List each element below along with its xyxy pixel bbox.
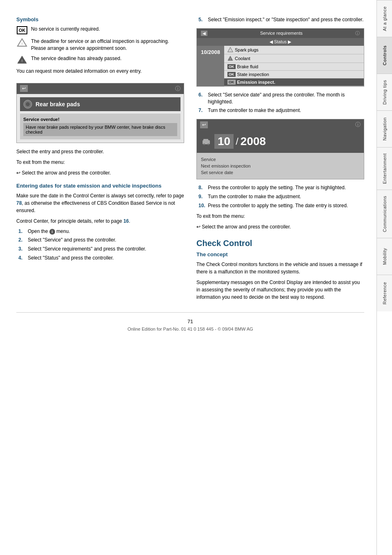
coolant-label: Coolant — [235, 56, 250, 61]
warning-title: Service overdue! — [23, 117, 177, 122]
date-slash: / — [236, 136, 238, 147]
sidebar-tab-communications[interactable]: Communications — [377, 190, 392, 238]
svg-rect-11 — [203, 139, 208, 141]
concept-heading: The concept — [196, 251, 364, 257]
date-info-icon: ⓘ — [355, 121, 361, 128]
info-icon-ui1: ⓘ — [175, 85, 180, 92]
concept-text-1: The Check Control monitors functions in … — [196, 261, 364, 275]
spark-plugs-row: ! Spark plugs — [224, 46, 364, 54]
date-back-btn: ↩ — [200, 121, 208, 128]
step-5-container: 5. Select "Emission inspect." or "State … — [198, 16, 364, 23]
sidebar-tab-controls[interactable]: Controls — [377, 37, 392, 74]
svg-text:!: ! — [230, 58, 231, 60]
service-req-header: ◀ Service requirements ⓘ — [197, 29, 364, 38]
i-menu-icon: i — [49, 229, 55, 235]
symbol-row-triangle-light: ! The deadline for service or an officia… — [16, 38, 184, 52]
ui-content-1: Rear brake pads Service overdue! Have re… — [17, 94, 184, 143]
svg-text:!: ! — [22, 59, 23, 63]
ok-icon: OK — [16, 26, 28, 35]
warning-box: Service overdue! Have rear brake pads re… — [20, 114, 180, 139]
steps-8-10: 8. Press the controller to apply the set… — [198, 184, 364, 209]
date-display-row: 10 / 2008 — [197, 130, 364, 153]
triangle-light-icon: ! — [16, 38, 28, 47]
spark-plugs-label: Spark plugs — [235, 47, 258, 52]
body-text-1: Make sure the date in the Control Center… — [16, 192, 184, 214]
back-btn: ↩ — [20, 85, 28, 92]
exit-instruction-right: ↩ Select the arrow and press the control… — [196, 223, 364, 231]
state-inspection-label: State inspection — [237, 72, 269, 77]
sidebar-tab-navigation[interactable]: Navigation — [377, 110, 392, 147]
brake-icon — [23, 100, 32, 109]
date-header-bar: ↩ ⓘ — [197, 119, 364, 130]
warning-icon-coolant: ! — [227, 56, 233, 61]
brake-label: Rear brake pads — [36, 101, 80, 107]
exit-note-right: To exit from the menu: — [196, 213, 364, 220]
step-2: 2. Select "Service" and press the contro… — [18, 237, 184, 244]
page-number: 71 — [16, 319, 364, 324]
step-5: 5. Select "Emission inspect." or "State … — [198, 16, 364, 23]
symbols-section: Symbols OK No service is currently requi… — [16, 16, 184, 75]
service-req-title: Service requirements — [207, 31, 355, 36]
sidebar: At a glance Controls Driving tips Naviga… — [376, 0, 392, 555]
sidebar-tab-driving-tips[interactable]: Driving tips — [377, 74, 392, 110]
svg-point-13 — [207, 143, 209, 145]
step-4: 4. Select "Status" and press the control… — [18, 255, 184, 262]
brake-fluid-row: OK Brake fluid — [224, 63, 364, 71]
service-option: Service — [201, 156, 360, 163]
ok-badge-state: OK — [227, 72, 236, 77]
sidebar-tab-mobility[interactable]: Mobility — [377, 238, 392, 275]
ok-badge-emission: OK — [227, 80, 236, 85]
triangle-dark-text: The service deadline has already passed. — [31, 55, 184, 62]
step-3: 3. Select "Service requirements" and pre… — [18, 246, 184, 253]
step-1: 1. Open the i menu. — [18, 228, 184, 235]
date-entry-ui: ↩ ⓘ 10 / 2008 — [196, 119, 364, 179]
emission-inspect-row: OK Emission inspect. — [224, 78, 364, 86]
triangle-light-text: The deadline for service or an official … — [31, 38, 184, 52]
svg-text:!: ! — [22, 42, 23, 46]
check-control-heading: Check Control — [196, 239, 364, 248]
step-10: 10. Press the controller to apply the se… — [198, 202, 364, 209]
state-inspection-row: OK State inspection — [224, 71, 364, 78]
symbols-heading: Symbols — [16, 16, 184, 22]
body-text-2: Control Center, for principle details, r… — [16, 217, 184, 225]
service-requirements-ui: ◀ Service requirements ⓘ ◀ Status ▶ 10/2… — [196, 28, 364, 87]
ok-symbol-text: No service is currently required. — [31, 26, 184, 33]
step-8: 8. Press the controller to apply the set… — [198, 184, 364, 191]
date-year: 2008 — [241, 135, 266, 148]
service-req-status: ◀ Status ▶ — [197, 38, 364, 46]
page-footer: 71 Online Edition for Part-No. 01 41 0 1… — [16, 312, 364, 336]
step-7: 7. Turn the controller to make the adjus… — [198, 107, 364, 114]
symbol-row-triangle-dark: ! The service deadline has already passe… — [16, 55, 184, 64]
service-req-info: ⓘ — [355, 30, 360, 36]
select-instruction: Select the entry and press the controlle… — [16, 148, 184, 155]
svg-point-5 — [26, 102, 30, 106]
service-items-list: ! Spark plugs ! Coolant OK Brake fluid — [224, 46, 364, 86]
service-req-back: ◀ — [201, 31, 207, 36]
warning-icon-spark: ! — [227, 47, 233, 53]
ui-header-bar: ↩ ⓘ — [17, 83, 184, 94]
exit-instruction-arrow: ↩ Select the arrow and press the control… — [16, 169, 184, 177]
entering-dates-heading: Entering dates for state emission and ve… — [16, 183, 184, 189]
car-icon — [202, 137, 211, 146]
sidebar-tab-reference[interactable]: Reference — [377, 275, 392, 311]
brake-fluid-label: Brake fluid — [237, 64, 258, 69]
footer-text: Online Edition for Part-No. 01 41 0 158 … — [16, 327, 364, 331]
symbol-row-ok: OK No service is currently required. — [16, 26, 184, 35]
rear-brake-pads-ui: ↩ ⓘ Rear brake pads Se — [16, 83, 184, 143]
step-9: 9. Turn the controller to make the adjus… — [198, 193, 364, 200]
left-column: Symbols OK No service is currently requi… — [16, 16, 184, 304]
sidebar-tab-entertainment[interactable]: Entertainment — [377, 147, 392, 190]
svg-text:!: ! — [230, 49, 231, 52]
warning-text: Have rear brake pads replaced by your BM… — [23, 123, 177, 136]
rear-brake-item: Rear brake pads — [20, 97, 180, 111]
sidebar-tab-at-a-glance[interactable]: At a glance — [377, 0, 392, 37]
exit-instruction-label: To exit from the menu: — [16, 159, 184, 166]
date-month: 10 — [214, 134, 234, 149]
service-req-body: 10/2008 ! Spark plugs ! Coolant — [197, 46, 364, 86]
next-emission-option: Next emission inspection — [201, 163, 360, 169]
service-date: 10/2008 — [197, 46, 224, 86]
emission-inspect-label: Emission inspect. — [237, 80, 276, 85]
concept-text-2: Supplementary messages on the Control Di… — [196, 279, 364, 301]
steps-6-7: 6. Select "Set service date" and press t… — [198, 92, 364, 114]
right-column: 5. Select "Emission inspect." or "State … — [196, 16, 364, 304]
